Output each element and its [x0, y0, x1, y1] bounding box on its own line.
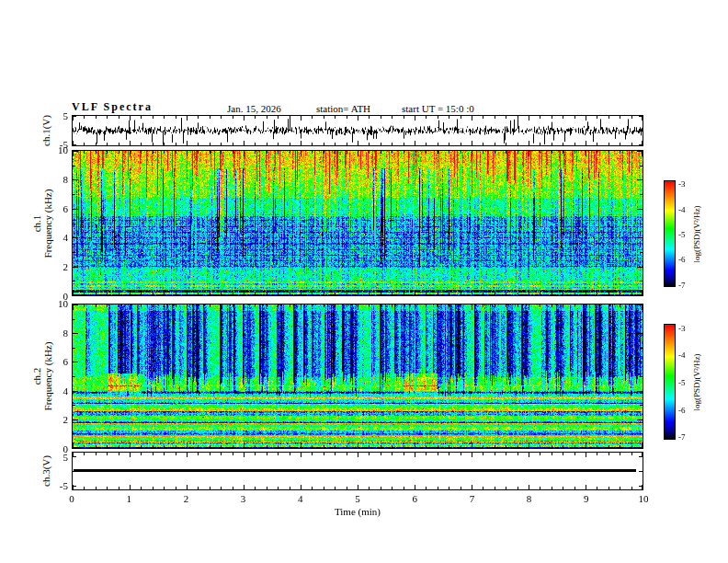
time-xtick: 2 [176, 493, 195, 504]
ch1-spectrogram-canvas [73, 151, 643, 295]
figure-date: Jan. 15, 2026 [227, 103, 281, 114]
ch3-waveform-canvas [73, 453, 643, 489]
colorbar-ch2 [664, 324, 676, 440]
figure-start-ut: start UT = 15:0 :0 [402, 103, 474, 114]
vlf-spectra-figure: VLF Spectra Jan. 15, 2026 station= ATH s… [0, 0, 728, 563]
time-xtick: 6 [405, 493, 424, 504]
ch1-label-line: ch.1 [31, 155, 42, 293]
ch3-voltage-axis-label: ch.3(V) [40, 416, 51, 526]
time-xtick: 1 [119, 493, 138, 504]
ch1-waveform-panel [72, 115, 643, 146]
colorbar-ch1-label: log(PSD)(V²/Hz) [691, 178, 701, 289]
ch1-frequency-axis-label: ch.1 Frequency (kHz) [31, 155, 53, 293]
time-xtick: 4 [291, 493, 310, 504]
ch2-spectrogram-canvas [73, 304, 643, 448]
ch2-spectrogram-panel [72, 304, 643, 449]
figure-title: VLF Spectra [72, 100, 153, 114]
ch3-waveform-panel [72, 452, 643, 490]
colorbar-ch1 [664, 180, 676, 287]
frequency-label-line: Frequency (kHz) [42, 155, 53, 293]
time-xtick: 7 [462, 493, 481, 504]
x-axis-label: Time (min) [312, 506, 404, 517]
time-xtick: 0 [63, 493, 81, 504]
time-xtick: 8 [520, 493, 539, 504]
time-xtick: 3 [234, 493, 253, 504]
time-xtick: 9 [577, 493, 596, 504]
colorbar-ch2-label: log(PSD)(V²/Hz) [691, 327, 701, 437]
ch1-waveform-canvas [73, 116, 643, 145]
ch1-spectrogram-panel [72, 150, 643, 296]
time-xtick: 10 [634, 493, 653, 504]
time-xtick: 5 [348, 493, 367, 504]
figure-station: station= ATH [316, 103, 370, 114]
